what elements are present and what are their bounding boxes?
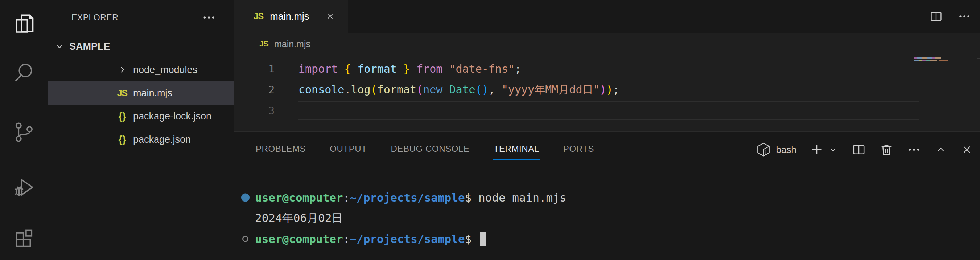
run-debug-icon [12, 176, 35, 199]
terminal-line: 2024年06月02日 [234, 208, 980, 228]
chevron-down-icon [54, 41, 65, 52]
terminal-text: user@computer:~/projects/sample$ node ma… [255, 191, 566, 204]
code-editor[interactable]: 1 import { format } from "date-fns"; 2 c… [234, 55, 980, 131]
code-text: import { format } from "date-fns"; [299, 62, 521, 75]
breadcrumb: JS main.mjs [234, 33, 980, 55]
minimap-line [914, 57, 941, 59]
file-label: main.mjs [133, 88, 172, 99]
search-icon [12, 61, 35, 84]
editor-more-actions-icon[interactable] [958, 10, 971, 23]
launch-profile-chevron-down-icon[interactable] [828, 144, 838, 155]
vscode-window: EXPLORER SAMPLE node_modules JS main.mjs… [0, 0, 980, 260]
minimap[interactable] [914, 57, 951, 61]
editor-group: JS main.mjs JS main.mjs 1 i [234, 0, 980, 260]
files-icon [12, 12, 35, 35]
sidebar-item-node-modules[interactable]: node_modules [48, 58, 234, 81]
json-file-icon: {} [113, 111, 132, 122]
terminal-line: user@computer:~/projects/sample$ [234, 228, 980, 249]
panel-tab-output[interactable]: OUTPUT [329, 139, 368, 160]
activity-extensions[interactable] [0, 226, 48, 254]
source-control-icon [12, 121, 35, 144]
sidebar-header: EXPLORER [48, 0, 234, 35]
code-line-1: 1 import { format } from "date-fns"; [234, 58, 980, 79]
terminal-output[interactable]: user@computer:~/projects/sample$ node ma… [234, 167, 980, 260]
terminal-cursor [480, 232, 486, 246]
activity-run-debug[interactable] [0, 174, 48, 201]
file-label: package.json [133, 134, 191, 145]
activity-explorer[interactable] [0, 10, 48, 37]
terminal-text: 2024年06月02日 [255, 211, 343, 226]
minimap-line [914, 59, 950, 61]
panel-tab-debug-console[interactable]: DEBUG CONSOLE [390, 139, 470, 160]
file-label: package-lock.json [133, 111, 212, 122]
folder-root-label: SAMPLE [69, 41, 110, 52]
command-decoration-icon[interactable] [241, 193, 250, 201]
scrollbar[interactable] [977, 58, 980, 123]
breadcrumb-item[interactable]: main.mjs [274, 39, 310, 49]
terminal-toolbar: bash [756, 142, 974, 157]
terminal-line: user@computer:~/projects/sample$ node ma… [234, 187, 980, 208]
bottom-panel: PROBLEMS OUTPUT DEBUG CONSOLE TERMINAL P… [234, 131, 980, 260]
panel-tab-terminal[interactable]: TERMINAL [493, 139, 540, 160]
js-file-icon: JS [253, 11, 263, 21]
shell-label: bash [776, 144, 797, 155]
folder-root-sample[interactable]: SAMPLE [48, 35, 234, 58]
sidebar-item-main-mjs[interactable]: JS main.mjs [48, 81, 234, 105]
sidebar-more-actions-icon[interactable] [202, 10, 216, 25]
extensions-icon [12, 228, 35, 251]
close-panel-icon[interactable] [961, 143, 974, 156]
json-file-icon: {} [113, 134, 132, 145]
activity-source-control[interactable] [0, 118, 48, 146]
tab-label: main.mjs [270, 11, 309, 22]
chevron-right-icon [113, 64, 132, 75]
js-file-icon: JS [259, 39, 268, 49]
sidebar-title: EXPLORER [72, 13, 118, 22]
split-editor-icon[interactable] [929, 10, 943, 23]
split-terminal-icon[interactable] [852, 142, 866, 157]
tab-close-icon[interactable] [325, 11, 335, 21]
terminal-text: user@computer:~/projects/sample$ [255, 233, 478, 246]
activity-bar [0, 0, 48, 260]
file-label: node_modules [133, 64, 197, 75]
new-terminal-icon[interactable] [810, 142, 824, 157]
code-line-2: 2 console.log(format(new Date(), "yyyy年M… [234, 79, 980, 100]
explorer-sidebar: EXPLORER SAMPLE node_modules JS main.mjs… [48, 0, 234, 260]
tab-bar: JS main.mjs [234, 0, 980, 33]
sidebar-item-package-lock-json[interactable]: {} package-lock.json [48, 105, 234, 128]
line-number: 2 [234, 84, 275, 96]
line-number: 3 [234, 105, 275, 117]
activity-search[interactable] [0, 59, 48, 86]
terminal-shell-selector[interactable]: bash [756, 142, 797, 157]
code-text: console.log(format(new Date(), "yyyy年MM月… [299, 83, 619, 97]
editor-actions [929, 0, 980, 33]
current-line-highlight [298, 101, 920, 120]
maximize-panel-chevron-up-icon[interactable] [934, 143, 947, 156]
panel-tab-ports[interactable]: PORTS [563, 139, 595, 160]
js-file-icon: JS [113, 88, 132, 99]
panel-header: PROBLEMS OUTPUT DEBUG CONSOLE TERMINAL P… [234, 132, 980, 167]
bash-icon [756, 142, 771, 157]
tab-main-mjs[interactable]: JS main.mjs [234, 0, 348, 33]
terminal-more-actions-icon[interactable] [907, 142, 921, 157]
panel-tab-problems[interactable]: PROBLEMS [255, 139, 307, 160]
line-number: 1 [234, 63, 275, 75]
kill-terminal-trash-icon[interactable] [879, 142, 894, 157]
prompt-decoration-icon[interactable] [242, 236, 248, 242]
sidebar-item-package-json[interactable]: {} package.json [48, 128, 234, 151]
